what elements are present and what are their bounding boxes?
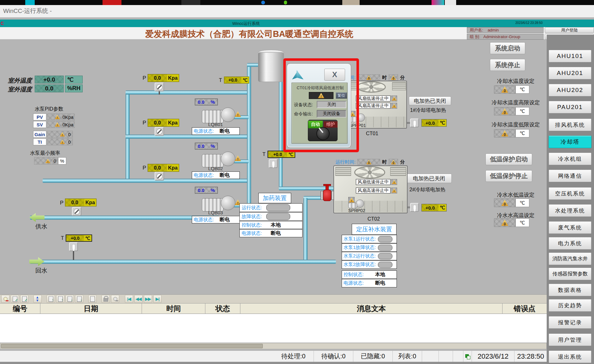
taskbar-icon[interactable] bbox=[432, 0, 444, 5]
pid-sv-field[interactable]: ! 0Kpa bbox=[47, 121, 75, 128]
col-message[interactable]: 消息文本 bbox=[240, 303, 503, 314]
ct01-temp-sensor-icon[interactable] bbox=[410, 118, 419, 127]
ct02-heater-status-button[interactable]: 电加热已关闭 bbox=[406, 174, 452, 183]
return-label: 回水 bbox=[35, 267, 47, 275]
nav-next-button[interactable]: ▶▶ bbox=[144, 295, 152, 303]
page-first-icon[interactable]: ↑ bbox=[47, 295, 55, 303]
pid-pv-field[interactable]: ! 0Kpa bbox=[47, 113, 75, 120]
lowtemp-start-button[interactable]: 低温保护启动 bbox=[485, 153, 532, 165]
taskbar-icon[interactable] bbox=[284, 1, 287, 4]
taskbar-icon[interactable] bbox=[181, 0, 200, 5]
ct01-heater-status-button[interactable]: 电加热已关闭 bbox=[409, 96, 451, 105]
chw-low-set-value: 0 bbox=[501, 200, 508, 206]
gauge2-meter-icon[interactable] bbox=[155, 127, 164, 136]
hide-alarm-icon[interactable] bbox=[111, 295, 119, 303]
popup-mode-knob[interactable] bbox=[316, 127, 330, 140]
sidebar-item-alarm-record[interactable]: 报警记录 bbox=[549, 316, 591, 329]
cw-temp-low-field[interactable]: 0 bbox=[494, 129, 515, 137]
page-down-icon[interactable]: ↓ bbox=[66, 295, 74, 303]
cw-temp-set-field[interactable]: 0 bbox=[494, 85, 515, 94]
pid-pv-value: 0 bbox=[62, 114, 65, 120]
alarm-table-body[interactable] bbox=[0, 314, 547, 343]
ct02-temp-sensor-icon[interactable] bbox=[410, 203, 419, 212]
gauge3-meter-icon[interactable] bbox=[155, 172, 164, 181]
system-stop-button[interactable]: 系统停止 bbox=[490, 59, 525, 71]
gauge1-meter-icon[interactable] bbox=[155, 83, 164, 91]
user-name-value: admin bbox=[488, 28, 499, 32]
sidebar-item-fire-steam-sump[interactable]: 消防蒸汽集水井 bbox=[549, 252, 591, 265]
col-date[interactable]: 日期 bbox=[40, 303, 142, 314]
sidebar-item-power[interactable]: 电力系统 bbox=[549, 237, 591, 250]
ct01-fan-control-dialog[interactable]: X CT01冷却塔风扇低速控制 ! 复位 设备状态: 关闭 命令输出: 关闭设备… bbox=[287, 64, 351, 147]
sidebar-item-data-table[interactable]: 数据表格 bbox=[549, 284, 591, 296]
os-taskbar[interactable] bbox=[0, 0, 594, 5]
dosing-panel-title-box: 加药装置 bbox=[258, 193, 291, 203]
temp-mid-sensor-icon[interactable] bbox=[269, 159, 278, 168]
user-name-label: 用户名: bbox=[470, 27, 483, 33]
window-title: WinCC-运行系统 - bbox=[3, 8, 52, 14]
window-titlebar[interactable]: WinCC-运行系统 - bbox=[0, 5, 594, 17]
lowtemp-stop-button[interactable]: 低温保护停止 bbox=[485, 170, 532, 182]
sidebar-item-sensor-alarm-params[interactable]: 传感器报警参数 bbox=[549, 268, 591, 280]
system-stop-label: 系统停止 bbox=[495, 61, 520, 69]
sidebar-item-ahu202[interactable]: AHU202 bbox=[549, 84, 591, 96]
page-up-icon[interactable]: ↑ bbox=[56, 295, 64, 303]
page-last-icon[interactable]: ↓ bbox=[75, 295, 83, 303]
nav-prev-button[interactable]: ◀◀ bbox=[134, 295, 143, 303]
sidebar-item-exhaust-fan[interactable]: 排风机系统 bbox=[549, 118, 591, 131]
pid-ti-field[interactable]: ! 0 bbox=[47, 138, 73, 145]
sidebar-label: PAU201 bbox=[557, 104, 583, 111]
ct02-minute-unit: 分 bbox=[400, 159, 405, 165]
taskbar-icon[interactable] bbox=[342, 0, 360, 5]
taskbar-icon[interactable] bbox=[261, 1, 265, 4]
popup-device-state-label: 设备状态: bbox=[294, 102, 313, 108]
lock-icon[interactable] bbox=[102, 295, 110, 303]
pid-gain-field[interactable]: ! 0 bbox=[47, 131, 73, 138]
cw-temp-high-field[interactable]: 0 bbox=[494, 107, 515, 115]
sidebar-item-exhaust-gas[interactable]: 废气系统 bbox=[549, 221, 591, 234]
scrollbar-thumb[interactable] bbox=[1, 344, 263, 348]
pump-min-freq-value: 0 bbox=[54, 158, 56, 164]
sidebar-item-user-management[interactable]: 用户管理 bbox=[549, 333, 591, 346]
sidebar-item-air-compressor[interactable]: 空压机系统 bbox=[549, 187, 591, 200]
chw-high-set-field[interactable]: 0 bbox=[494, 218, 515, 227]
ack-all-icon[interactable]: ✓ bbox=[20, 295, 28, 303]
pump1-motor bbox=[202, 110, 223, 123]
col-status[interactable]: 状态 bbox=[205, 303, 240, 314]
info-text-icon[interactable]: ↑ bbox=[88, 295, 97, 303]
user-login-button[interactable]: 用户登陆 bbox=[545, 27, 594, 33]
sidebar-item-pau201[interactable]: PAU201 bbox=[549, 101, 591, 113]
taskbar-icon[interactable] bbox=[25, 0, 35, 5]
col-time[interactable]: 时间 bbox=[142, 303, 205, 314]
chw-low-set-field[interactable]: 0 bbox=[494, 199, 515, 207]
nav-first-button[interactable]: |◀ bbox=[125, 295, 133, 303]
system-start-button[interactable]: 系统启动 bbox=[490, 42, 525, 54]
popup-reset-button[interactable]: 复位 bbox=[336, 92, 347, 99]
gauge4-meter-icon[interactable] bbox=[72, 207, 81, 216]
popup-close-button[interactable]: X bbox=[324, 69, 345, 81]
sidebar-item-ahu101[interactable]: AHU101 bbox=[549, 50, 591, 62]
sort-icon[interactable]: ▲▼ bbox=[33, 295, 42, 303]
valve-icon[interactable] bbox=[321, 184, 334, 204]
sidebar-item-exit-system[interactable]: 退出系统 bbox=[549, 350, 591, 363]
alarm-hscrollbar[interactable] bbox=[0, 343, 547, 349]
makeup-row-3: 水泵2运行状态: bbox=[342, 252, 397, 260]
pump-min-freq-field[interactable]: ! 0 bbox=[34, 157, 58, 165]
alarm-list-icon[interactable] bbox=[1, 295, 9, 303]
sidebar-item-cooling-tower[interactable]: 冷却塔 bbox=[549, 136, 591, 148]
sidebar-item-water-treatment[interactable]: 水处理系统 bbox=[549, 204, 591, 217]
taskbar-icon[interactable] bbox=[103, 0, 121, 5]
col-errorpoint[interactable]: 错误点 bbox=[503, 303, 547, 314]
sidebar-item-ahu201[interactable]: AHU201 bbox=[549, 67, 591, 79]
taskbar-icon[interactable] bbox=[445, 0, 456, 5]
popup-mode-switch[interactable]: 自动 维护 bbox=[308, 120, 338, 141]
check-icon: ✓ bbox=[25, 298, 27, 302]
sidebar-item-network[interactable]: 网络通信 bbox=[549, 170, 591, 182]
nav-last-button[interactable]: ▶| bbox=[153, 295, 162, 303]
popup-maintain-option[interactable]: 维护 bbox=[324, 121, 338, 128]
col-number[interactable]: 编号 bbox=[0, 303, 40, 314]
sidebar-item-history-trend[interactable]: 历史趋势 bbox=[549, 299, 591, 312]
sidebar-item-chiller[interactable]: 冷水机组 bbox=[549, 153, 591, 165]
temp-return-sensor-icon[interactable] bbox=[69, 242, 78, 251]
ack-single-icon[interactable]: ✓ bbox=[11, 295, 19, 303]
